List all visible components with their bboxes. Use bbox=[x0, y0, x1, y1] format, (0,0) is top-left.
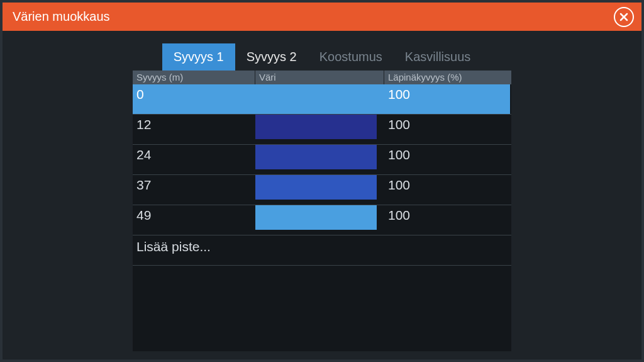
close-button[interactable] bbox=[614, 7, 634, 27]
cell-depth[interactable]: 24 bbox=[133, 145, 255, 174]
col-header-color: Väri bbox=[255, 71, 384, 84]
dialog-title: Värien muokkaus bbox=[13, 9, 110, 24]
tab-bar: Syvyys 1 Syvyys 2 Koostumus Kasvillisuus bbox=[162, 43, 482, 71]
cell-transparency[interactable]: 100 bbox=[384, 84, 510, 114]
color-swatch bbox=[255, 205, 377, 230]
table-row[interactable]: 0 100 bbox=[133, 84, 511, 115]
add-point-label[interactable]: Lisää piste... bbox=[133, 235, 255, 261]
cell-transparency[interactable]: 100 bbox=[384, 145, 510, 174]
color-swatch bbox=[255, 115, 377, 139]
color-table: Syvyys (m) Väri Läpinäkyvyys (%) 0 100 1… bbox=[133, 71, 511, 351]
table-row[interactable]: 12 100 bbox=[133, 115, 511, 145]
cell-color[interactable] bbox=[255, 145, 384, 174]
cell-color[interactable] bbox=[255, 175, 384, 205]
cell-depth[interactable]: 12 bbox=[133, 115, 255, 144]
table-row[interactable]: 24 100 bbox=[133, 145, 511, 175]
table-empty-area bbox=[133, 266, 511, 351]
cell-color[interactable] bbox=[255, 115, 384, 144]
tab-koostumus[interactable]: Koostumus bbox=[308, 43, 394, 71]
color-swatch bbox=[255, 145, 377, 169]
add-point-row[interactable]: Lisää piste... bbox=[133, 235, 511, 266]
color-swatch bbox=[255, 84, 377, 109]
close-icon bbox=[619, 12, 629, 22]
dialog-header: Värien muokkaus bbox=[3, 3, 641, 31]
cell-color-empty bbox=[255, 235, 384, 265]
cell-color[interactable] bbox=[255, 84, 384, 114]
color-swatch bbox=[255, 175, 377, 200]
cell-color[interactable] bbox=[255, 205, 384, 235]
cell-transparency-empty bbox=[384, 235, 510, 265]
dialog-content: Syvyys 1 Syvyys 2 Koostumus Kasvillisuus… bbox=[3, 31, 641, 359]
cell-transparency[interactable]: 100 bbox=[384, 115, 510, 144]
cell-depth[interactable]: 49 bbox=[133, 205, 255, 235]
col-header-transparency: Läpinäkyvyys (%) bbox=[384, 71, 510, 84]
table-row[interactable]: 49 100 bbox=[133, 205, 511, 235]
cell-transparency[interactable]: 100 bbox=[384, 205, 510, 235]
table-header: Syvyys (m) Väri Läpinäkyvyys (%) bbox=[133, 71, 511, 84]
cell-transparency[interactable]: 100 bbox=[384, 175, 510, 205]
color-edit-dialog: Värien muokkaus Syvyys 1 Syvyys 2 Koostu… bbox=[3, 3, 641, 359]
col-header-depth: Syvyys (m) bbox=[133, 71, 255, 84]
cell-depth[interactable]: 0 bbox=[133, 84, 255, 114]
tab-syvyys-1[interactable]: Syvyys 1 bbox=[162, 43, 235, 71]
tab-syvyys-2[interactable]: Syvyys 2 bbox=[235, 43, 308, 71]
table-row[interactable]: 37 100 bbox=[133, 175, 511, 205]
cell-depth[interactable]: 37 bbox=[133, 175, 255, 205]
tab-kasvillisuus[interactable]: Kasvillisuus bbox=[394, 43, 482, 71]
